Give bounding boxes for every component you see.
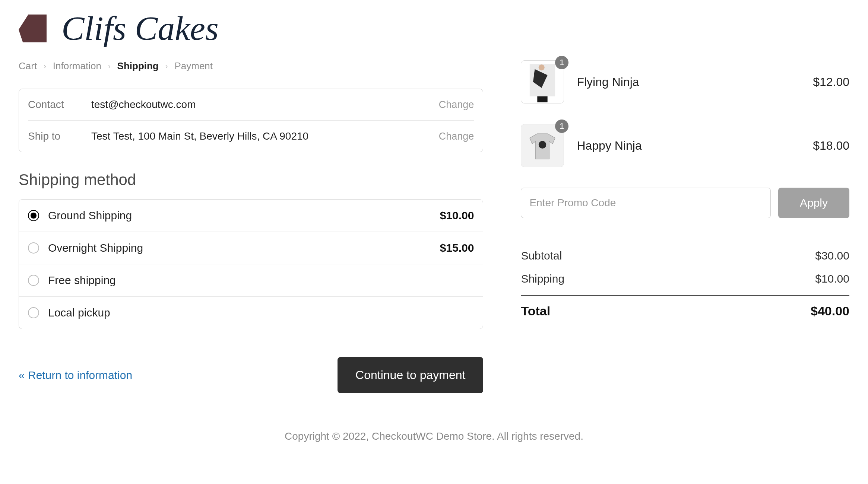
breadcrumb-shipping[interactable]: Shipping xyxy=(117,60,159,72)
total-value: $40.00 xyxy=(811,304,849,318)
cart-item-name: Happy Ninja xyxy=(577,139,800,153)
cart-item: 1 Happy Ninja $18.00 xyxy=(521,124,849,167)
summary-box: Contact test@checkoutwc.com Change Ship … xyxy=(19,89,483,152)
shipping-method-title: Shipping method xyxy=(19,171,483,189)
shipping-method-pickup[interactable]: Local pickup xyxy=(19,297,483,329)
radio-icon xyxy=(28,275,39,286)
actions-row: « Return to information Continue to paym… xyxy=(19,357,483,393)
shipping-methods-list: Ground Shipping $10.00 Overnight Shippin… xyxy=(19,199,483,329)
subtotal-row: Subtotal $30.00 xyxy=(521,244,849,267)
chevron-right-icon: › xyxy=(165,62,168,70)
shipping-total-value: $10.00 xyxy=(815,273,849,285)
shipping-method-label: Free shipping xyxy=(48,274,465,287)
chevron-right-icon: › xyxy=(44,62,46,70)
radio-icon xyxy=(28,210,39,221)
change-contact-link[interactable]: Change xyxy=(439,99,474,111)
change-shipto-link[interactable]: Change xyxy=(439,131,474,142)
breadcrumb-information[interactable]: Information xyxy=(53,60,101,72)
cart-item: 1 Flying Ninja $12.00 xyxy=(521,60,849,104)
breadcrumb-payment[interactable]: Payment xyxy=(174,60,213,72)
radio-icon xyxy=(28,307,39,318)
header: Clifs Cakes xyxy=(19,11,849,45)
summary-contact-value: test@checkoutwc.com xyxy=(91,99,416,111)
cart-item-name: Flying Ninja xyxy=(577,75,800,89)
shipping-method-free[interactable]: Free shipping xyxy=(19,264,483,297)
summary-shipto-row: Ship to Test Test, 100 Main St, Beverly … xyxy=(28,121,474,152)
shipping-method-label: Overnight Shipping xyxy=(48,242,431,254)
quantity-badge: 1 xyxy=(555,56,568,69)
summary-contact-row: Contact test@checkoutwc.com Change xyxy=(28,89,474,121)
shipping-method-price: $15.00 xyxy=(440,242,474,254)
summary-shipto-label: Ship to xyxy=(28,130,69,142)
chevron-right-icon: › xyxy=(108,62,111,70)
shipping-method-overnight[interactable]: Overnight Shipping $15.00 xyxy=(19,232,483,264)
breadcrumb: Cart › Information › Shipping › Payment xyxy=(19,60,483,72)
shipping-method-ground[interactable]: Ground Shipping $10.00 xyxy=(19,200,483,232)
shipping-total-row: Shipping $10.00 xyxy=(521,267,849,290)
shipping-method-label: Local pickup xyxy=(48,306,465,319)
cart-item-price: $12.00 xyxy=(813,75,849,89)
radio-icon xyxy=(28,242,39,254)
breadcrumb-cart[interactable]: Cart xyxy=(19,60,37,72)
subtotal-value: $30.00 xyxy=(815,249,849,262)
subtotal-label: Subtotal xyxy=(521,249,562,262)
quantity-badge: 1 xyxy=(555,120,568,133)
svg-point-5 xyxy=(539,141,547,149)
shipping-method-label: Ground Shipping xyxy=(48,209,431,222)
footer-text: Copyright © 2022, CheckoutWC Demo Store.… xyxy=(19,430,849,442)
shipping-method-price: $10.00 xyxy=(440,209,474,222)
promo-code-input[interactable] xyxy=(521,188,771,218)
continue-to-payment-button[interactable]: Continue to payment xyxy=(338,357,483,393)
brand-name: Clifs Cakes xyxy=(61,11,219,45)
svg-rect-2 xyxy=(538,96,548,102)
logo-icon xyxy=(19,15,47,42)
cart-item-price: $18.00 xyxy=(813,139,849,153)
promo-row: Apply xyxy=(521,188,849,218)
grand-total-row: Total $40.00 xyxy=(521,295,849,324)
total-label: Total xyxy=(521,304,550,318)
summary-shipto-value: Test Test, 100 Main St, Beverly Hills, C… xyxy=(91,130,416,142)
svg-point-3 xyxy=(539,64,545,70)
summary-contact-label: Contact xyxy=(28,99,69,111)
shipping-total-label: Shipping xyxy=(521,273,564,285)
apply-promo-button[interactable]: Apply xyxy=(778,188,849,218)
return-to-information-link[interactable]: « Return to information xyxy=(19,369,132,382)
